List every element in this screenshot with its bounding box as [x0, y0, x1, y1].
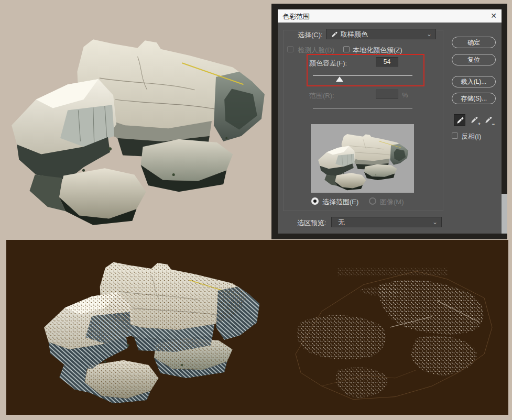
chevron-down-icon: ⌄: [427, 29, 432, 39]
invert-checkbox[interactable]: [452, 132, 458, 139]
eyedropper-icon: [456, 116, 464, 125]
detect-faces-checkbox[interactable]: [287, 46, 293, 52]
range-unit: %: [402, 91, 408, 99]
eyedropper-subtract-button[interactable]: −: [483, 114, 494, 126]
eyedropper-add-button[interactable]: +: [469, 114, 480, 126]
thumbnail-rock-image: [315, 126, 410, 191]
selection-preview-thumbnail: [311, 124, 414, 193]
rock-with-selection-overlay: [38, 242, 263, 406]
dialog-body: 选择(C): 取样颜色 ⌄ 检测人脸(D) 本地化颜色簇(Z) 颜色容差(F):…: [278, 23, 502, 234]
load-button[interactable]: 载入(L)...: [452, 76, 496, 87]
fuzziness-input[interactable]: 54: [376, 57, 398, 67]
selection-radio[interactable]: [311, 197, 319, 205]
ok-button[interactable]: 确定: [452, 37, 496, 48]
select-dropdown-value: 取样颜色: [341, 29, 368, 39]
image-radio[interactable]: [369, 197, 376, 205]
dialog-title: 色彩范围: [282, 12, 310, 21]
fuzziness-slider-thumb[interactable]: [336, 76, 343, 82]
minus-sign: −: [492, 121, 495, 127]
eyedropper-sample-button[interactable]: [454, 114, 465, 126]
comparison-panel: [6, 240, 508, 415]
selection-mask-preview: [259, 247, 505, 407]
range-slider-track: [313, 108, 412, 109]
eyedropper-minus-icon: [484, 116, 493, 124]
invert-label: 反相(I): [461, 132, 481, 141]
fuzziness-slider-track[interactable]: [313, 75, 412, 76]
chevron-down-icon: ⌄: [432, 217, 438, 227]
reset-button[interactable]: 复位: [452, 54, 496, 65]
dialog-titlebar[interactable]: 色彩范围 ✕: [278, 9, 502, 23]
rock-photo: [4, 14, 269, 228]
range-label: 范围(R):: [309, 91, 334, 101]
eyedropper-plus-icon: [470, 116, 478, 124]
save-button[interactable]: 存储(S)...: [452, 93, 496, 104]
eyedropper-icon: [331, 31, 338, 38]
fuzziness-label: 颜色容差(F):: [309, 59, 347, 68]
range-input: [376, 90, 398, 99]
selection-preview-label: 选区预览:: [297, 218, 326, 228]
localized-clusters-checkbox[interactable]: [343, 46, 350, 52]
selection-radio-label: 选择范围(E): [322, 197, 358, 207]
select-label: 选择(C):: [298, 30, 323, 40]
image-radio-label: 图像(M): [380, 197, 404, 207]
close-icon[interactable]: ✕: [491, 12, 497, 20]
plus-sign: +: [478, 121, 481, 127]
photoshop-window: 色彩范围 ✕ 选择(C): 取样颜色 ⌄ 检测人脸(D) 本地化颜色簇(Z) 颜: [271, 4, 507, 239]
document-canvas-sliver: [502, 194, 507, 234]
selection-preview-dropdown[interactable]: 无 ⌄: [331, 217, 442, 227]
selection-preview-value: 无: [338, 217, 345, 227]
select-dropdown[interactable]: 取样颜色 ⌄: [326, 29, 436, 39]
color-range-dialog: 色彩范围 ✕ 选择(C): 取样颜色 ⌄ 检测人脸(D) 本地化颜色簇(Z) 颜: [278, 9, 502, 234]
